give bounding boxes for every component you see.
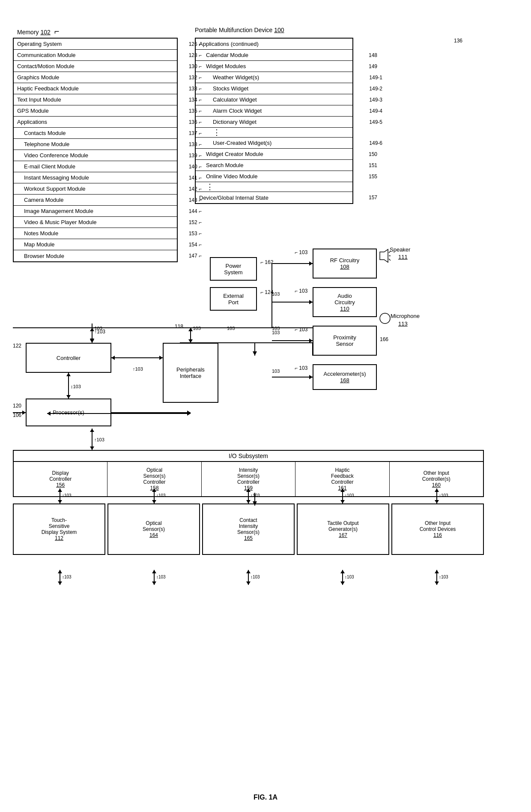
svg-marker-69 bbox=[435, 500, 439, 503]
memory-row-haptic: Haptic Feedback Module 133 ⌐ bbox=[14, 83, 177, 94]
external-ref: ⌐ 124 bbox=[260, 289, 273, 295]
processor-ref: 120 bbox=[13, 403, 21, 409]
optical-controller-box: Optical Sensor(s) Controller 158 bbox=[107, 462, 201, 496]
device-row-dots2: ⋮ bbox=[196, 182, 352, 192]
power-system-box: Power System bbox=[210, 257, 257, 281]
svg-text:↕103: ↕103 bbox=[345, 575, 354, 579]
device-row-search: Search Module 151 bbox=[196, 160, 352, 171]
microphone-ref: 113 bbox=[398, 321, 408, 327]
svg-marker-33 bbox=[159, 356, 163, 360]
svg-marker-90 bbox=[435, 570, 439, 573]
device-row-widgets: Widget Modules 149 bbox=[196, 61, 352, 72]
svg-marker-2 bbox=[90, 339, 94, 343]
rf-circuitry-box: RF Circuitry 108 bbox=[313, 249, 377, 279]
device-box: Applications (continued) Calendar Module… bbox=[195, 38, 353, 204]
svg-marker-47 bbox=[22, 410, 26, 415]
svg-marker-27 bbox=[309, 300, 313, 304]
io-boxes-container: Display Controller 156 Optical Sensor(s)… bbox=[14, 462, 483, 496]
power-ref: ⌐ 162 bbox=[260, 259, 273, 265]
ref103-bot-proc: ↑103 bbox=[133, 366, 143, 372]
microphone-label: Microphone bbox=[391, 313, 420, 319]
svg-text:↑103: ↑103 bbox=[94, 437, 104, 442]
memory-row-contact: Contact/Motion Module 130 ⌐ bbox=[14, 61, 177, 72]
device-row-dictionary: Dictionary Widget 149-5 bbox=[196, 117, 352, 128]
memory-row-os: Operating System 126 ⌐ bbox=[14, 39, 177, 50]
memory-row-browser: Browser Module 147 ⌐ bbox=[14, 250, 177, 261]
svg-line-11 bbox=[389, 251, 391, 253]
svg-marker-85 bbox=[340, 581, 345, 585]
ref106: 106 bbox=[13, 412, 21, 418]
accelerometer-box: Accelerometer(s) 168 bbox=[313, 364, 377, 390]
device-row-calc: Calculator Widget 149-3 bbox=[196, 94, 352, 105]
device-row-calendar: Calendar Module 148 bbox=[196, 50, 352, 61]
memory-row-gps: GPS Module 135 ⌐ bbox=[14, 105, 177, 117]
contact-intensity-box: Contact Intensity Sensor(s) 165 bbox=[202, 503, 295, 555]
svg-text:↕103: ↕103 bbox=[439, 575, 448, 579]
memory-row-text: Text Input Module 134 ⌐ bbox=[14, 94, 177, 105]
device-row-onlinevideo: Online Video Module 155 bbox=[196, 171, 352, 182]
svg-marker-57 bbox=[152, 500, 156, 503]
peripherals-box: Peripherals Interface bbox=[163, 343, 218, 403]
optical-sensor-box: Optical Sensor(s) 164 bbox=[107, 503, 200, 555]
ref103-mid-prox: 103 bbox=[272, 330, 280, 335]
svg-marker-25 bbox=[309, 261, 313, 266]
haptic-controller-box: Haptic Feedback Controller 161 bbox=[295, 462, 389, 496]
memory-row-notes: Notes Module 153 ⌐ bbox=[14, 228, 177, 239]
memory-row-map: Map Module 154 ⌐ bbox=[14, 239, 177, 250]
svg-text:↕103: ↕103 bbox=[62, 575, 72, 579]
intensity-controller-box: Intensity Sensor(s) Controller 159 bbox=[202, 462, 295, 496]
memory-label: Memory 102 ⌐ bbox=[17, 27, 59, 36]
device-row-global: Device/Global Internal State 157 bbox=[196, 192, 352, 203]
svg-marker-20 bbox=[188, 339, 193, 343]
device-row-weather: Weather Widget(s) 149-1 bbox=[196, 72, 352, 83]
memory-row-camera: Camera Module 143 ⌐ bbox=[14, 195, 177, 206]
io-title: I/O Subsystem bbox=[14, 451, 483, 462]
svg-marker-10 bbox=[380, 249, 388, 262]
svg-point-14 bbox=[380, 313, 390, 324]
svg-marker-45 bbox=[187, 411, 191, 416]
svg-text:↕103: ↕103 bbox=[156, 575, 166, 579]
svg-marker-78 bbox=[152, 570, 156, 573]
svg-marker-74 bbox=[58, 570, 62, 573]
memory-row-workout: Workout Support Module 142 ⌐ bbox=[14, 183, 177, 195]
memory-box: Operating System 126 ⌐ Communication Mod… bbox=[13, 38, 178, 262]
memory-row-telephone: Telephone Module 138 ⌐ bbox=[14, 139, 177, 150]
svg-marker-65 bbox=[340, 500, 345, 503]
display-controller-box: Display Controller 156 bbox=[14, 462, 107, 496]
ref103-top-peri2: 103 bbox=[227, 326, 235, 331]
svg-marker-36 bbox=[187, 410, 191, 415]
rf-ref-line: ⌐ 103 bbox=[295, 249, 307, 255]
ref103-mid-rf: 103 bbox=[272, 291, 280, 297]
microphone-icon bbox=[379, 312, 391, 325]
svg-text:↕103: ↕103 bbox=[71, 384, 81, 389]
svg-marker-50 bbox=[90, 428, 94, 432]
device-row-alarm: Alarm Clock Widget 149-4 bbox=[196, 105, 352, 117]
memory-row-graphics: Graphics Module 132 ⌐ bbox=[14, 72, 177, 83]
svg-marker-17 bbox=[90, 339, 94, 343]
audio-circuitry-box: Audio Circuitry 110 bbox=[313, 287, 377, 317]
speaker-icon bbox=[378, 249, 391, 264]
memory-row-apps: Applications 136 ⌐ bbox=[14, 117, 177, 128]
svg-marker-77 bbox=[152, 581, 156, 585]
controller-box: Controller bbox=[26, 343, 111, 373]
fig-label: FIG. 1A bbox=[0, 794, 531, 801]
external-port-box: External Port bbox=[210, 287, 257, 311]
memory-row-videoconf: Video Conference Module 139 ⌐ bbox=[14, 150, 177, 161]
proximity-ref-line: ⌐ 103 bbox=[295, 327, 307, 333]
memory-row-video: Video & Music Player Module 152 ⌐ bbox=[14, 217, 177, 228]
memory-row-email: E-mail Client Module 140 ⌐ bbox=[14, 161, 177, 172]
processor-box: Processor(s) bbox=[26, 399, 111, 426]
speaker-ref: 111 bbox=[398, 254, 408, 260]
svg-marker-82 bbox=[246, 570, 251, 573]
bus-ref-left: 118 bbox=[175, 324, 183, 330]
device-row-widgetcreator: Widget Creator Module 150 bbox=[196, 149, 352, 160]
svg-marker-38 bbox=[66, 395, 71, 399]
device-label: Portable Multifunction Device 100 bbox=[195, 27, 284, 33]
svg-marker-61 bbox=[246, 500, 251, 503]
tactile-output-box: Tactile Output Generator(s) 167 bbox=[297, 503, 389, 555]
svg-marker-39 bbox=[66, 373, 71, 376]
io-subsystem: I/O Subsystem Display Controller 156 Opt… bbox=[13, 450, 484, 497]
device-row-usercreated: User-Created Widget(s) 149-6 bbox=[196, 138, 352, 149]
device-row-stocks: Stocks Widget 149-2 bbox=[196, 83, 352, 94]
svg-marker-34 bbox=[111, 356, 115, 360]
